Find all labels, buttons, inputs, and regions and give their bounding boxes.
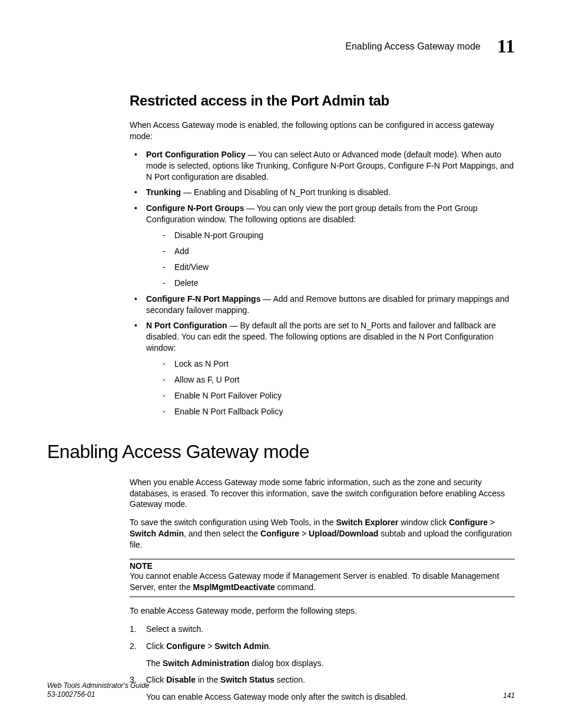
sub-list: Disable N-port Grouping Add Edit/View De… — [146, 230, 515, 289]
sub-item: Add — [146, 246, 515, 257]
page-header: Enabling Access Gateway mode 11 — [47, 35, 515, 57]
term: Configure N-Port Groups — [146, 203, 244, 213]
page-footer: Web Tools Administrator's Guide 53-10027… — [47, 681, 515, 700]
text: Click — [146, 641, 166, 651]
paragraph: To enable Access Gateway mode, perform t… — [130, 605, 515, 617]
page-number: 141 — [503, 691, 515, 700]
sub-list: Lock as N Port Allow as F, U Port Enable… — [146, 358, 515, 417]
text: > — [205, 641, 214, 651]
sub-item: Disable N-port Grouping — [146, 230, 515, 241]
note-body: You cannot enable Access Gateway mode if… — [130, 571, 515, 597]
bullet-nport-configuration: N Port Configuration — By default all th… — [130, 320, 515, 417]
header-title: Enabling Access Gateway mode — [345, 41, 480, 52]
bullet-trunking: Trunking — Enabling and Disabling of N_P… — [130, 187, 515, 198]
term: Configure F-N Port Mappings — [146, 294, 260, 304]
text: . — [269, 641, 271, 651]
sub-item: Allow as F, U Port — [146, 374, 515, 386]
footer-left: Web Tools Administrator's Guide 53-10027… — [47, 681, 149, 700]
term: Configure — [260, 529, 299, 538]
text: To save the switch configuration using W… — [130, 518, 336, 527]
paragraph: When you enable Access Gateway mode some… — [130, 477, 515, 510]
sub-item: Lock as N Port — [146, 358, 515, 370]
content-block-1: Restricted access in the Port Admin tab … — [130, 93, 515, 417]
intro-paragraph: When Access Gateway mode is enabled, the… — [130, 120, 515, 142]
section-heading-enabling-ag-mode: Enabling Access Gateway mode — [47, 441, 515, 463]
term: Switch Admin — [130, 529, 184, 538]
note-label: NOTE — [130, 559, 515, 571]
desc: — Enabling and Disabling of N_Port trunk… — [181, 187, 391, 197]
sub-item: Enable N Port Fallback Policy — [146, 406, 515, 417]
term: Configure — [166, 641, 205, 651]
text: , and then select the — [184, 529, 260, 538]
sub-item: Edit/View — [146, 262, 515, 273]
term: Configure — [449, 518, 488, 527]
term: Port Configuration Policy — [146, 150, 246, 159]
bullet-list: Port Configuration Policy — You can sele… — [130, 149, 515, 417]
step-sub: The Switch Administration dialog box dis… — [146, 658, 515, 669]
term: N Port Configuration — [146, 321, 227, 330]
command: MsplMgmtDeactivate — [193, 582, 275, 592]
text: dialog box displays. — [249, 658, 323, 668]
text: window click — [398, 518, 449, 527]
chapter-number: 11 — [497, 35, 515, 57]
step-2: Click Configure > Switch Admin. The Swit… — [130, 641, 515, 669]
bullet-port-config-policy: Port Configuration Policy — You can sele… — [130, 149, 515, 183]
term: Switch Admin — [214, 641, 269, 651]
term: Switch Explorer — [336, 518, 398, 527]
section-heading-restricted-access: Restricted access in the Port Admin tab — [130, 93, 515, 109]
step-1: Select a switch. — [130, 624, 515, 635]
note-block: NOTE You cannot enable Access Gateway mo… — [130, 559, 515, 597]
text: > — [488, 518, 495, 527]
paragraph: To save the switch configuration using W… — [130, 517, 515, 551]
content-block-2: When you enable Access Gateway mode some… — [130, 477, 515, 703]
sub-item: Enable N Port Failover Policy — [146, 390, 515, 401]
doc-number: 53-1002756-01 — [47, 690, 149, 700]
term: Upload/Download — [309, 529, 378, 538]
bullet-configure-fn-port-mappings: Configure F-N Port Mappings — Add and Re… — [130, 294, 515, 316]
sub-item: Delete — [146, 278, 515, 289]
bullet-configure-nport-groups: Configure N-Port Groups — You can only v… — [130, 203, 515, 288]
text: command. — [275, 582, 316, 592]
term: Switch Administration — [163, 658, 249, 668]
guide-title: Web Tools Administrator's Guide — [47, 681, 149, 691]
text: The — [146, 658, 163, 668]
term: Trunking — [146, 187, 181, 197]
text: > — [299, 529, 309, 538]
